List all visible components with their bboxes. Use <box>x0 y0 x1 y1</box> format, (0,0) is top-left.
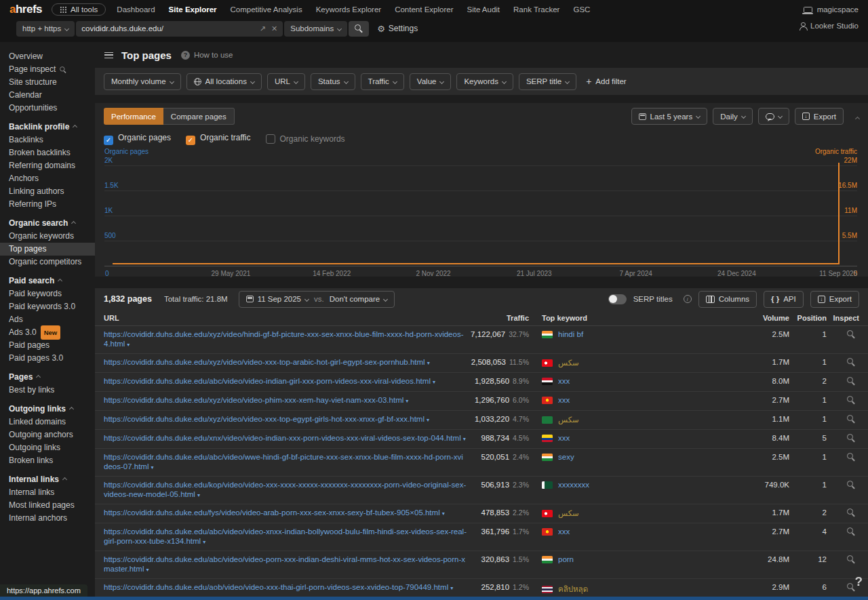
sidebar-item-broken-links[interactable]: Broken links <box>0 454 95 467</box>
sidebar-item-referring-ips[interactable]: Referring IPs <box>0 198 95 211</box>
column-header-volume[interactable]: Volume <box>742 314 789 322</box>
inspect-icon[interactable] <box>847 377 855 385</box>
nav-item-site-audit[interactable]: Site Audit <box>467 5 500 14</box>
sidebar-item-anchors[interactable]: Anchors <box>0 172 95 185</box>
sidebar-group-paid-search[interactable]: Paid search <box>0 275 95 287</box>
inspect-icon[interactable] <box>847 527 855 536</box>
sidebar-item-overview[interactable]: Overview <box>0 50 95 63</box>
url-link[interactable]: https://covididr.duhs.duke.edu/abc/video… <box>104 453 467 472</box>
sidebar-item-outgoing-anchors[interactable]: Outgoing anchors <box>0 428 95 441</box>
url-dropdown-caret[interactable]: ▾ <box>427 417 429 423</box>
filter-status-dropdown[interactable]: Status <box>311 73 355 90</box>
inspect-icon[interactable] <box>847 358 855 366</box>
url-dropdown-caret[interactable]: ▾ <box>442 511 445 517</box>
sidebar-item-ads[interactable]: Ads <box>0 313 95 326</box>
scope-dropdown[interactable]: Subdomains <box>284 21 347 37</box>
keyword-link[interactable]: sexy <box>558 453 574 461</box>
url-link[interactable]: https://covididr.duhs.duke.edu/fys/video… <box>104 508 467 519</box>
sidebar-group-pages[interactable]: Pages <box>0 371 95 384</box>
granularity-dropdown[interactable]: Daily <box>713 108 753 125</box>
tab-performance[interactable]: Performance <box>104 108 163 125</box>
keyword-link[interactable]: سكس <box>558 415 579 424</box>
column-header-position[interactable]: Position <box>789 314 827 322</box>
sidebar-group-organic-search[interactable]: Organic search <box>0 217 95 230</box>
keyword-link[interactable]: xxx <box>558 434 570 442</box>
sidebar-item-best-by-links[interactable]: Best by links <box>0 384 95 397</box>
inspect-icon[interactable] <box>847 330 855 338</box>
filter-value-dropdown[interactable]: Value <box>410 73 452 90</box>
url-dropdown-caret[interactable]: ▾ <box>197 492 200 498</box>
nav-item-content-explorer[interactable]: Content Explorer <box>395 5 453 14</box>
date-range-dropdown[interactable]: Last 5 years <box>631 108 708 125</box>
sidebar-item-paid-keywords[interactable]: Paid keywords <box>0 287 95 300</box>
ahrefs-logo[interactable]: ahrefs <box>9 3 42 16</box>
filter-monthly-volume-dropdown[interactable]: Monthly volume <box>104 73 181 90</box>
legend-organic-keywords[interactable]: Organic keywords <box>266 134 345 144</box>
nav-item-keywords-explorer[interactable]: Keywords Explorer <box>316 5 382 14</box>
inspect-icon[interactable] <box>847 508 855 517</box>
inspect-icon[interactable] <box>847 481 855 489</box>
url-link[interactable]: https://covididr.duhs.duke.edu/abc/video… <box>104 377 467 387</box>
search-button[interactable] <box>349 21 369 37</box>
sidebar-item-organic-competitors[interactable]: Organic competitors <box>0 256 95 268</box>
inspect-icon[interactable] <box>847 555 855 563</box>
sidebar-item-linking-authors[interactable]: Linking authors <box>0 185 95 198</box>
url-dropdown-caret[interactable]: ▾ <box>450 585 453 591</box>
sidebar-item-outgoing-links[interactable]: Outgoing links <box>0 441 95 454</box>
filter-url-dropdown[interactable]: URL <box>267 73 305 90</box>
help-button[interactable]: ? <box>854 574 863 589</box>
keyword-link[interactable]: سكس <box>558 358 579 367</box>
sidebar-item-referring-domains[interactable]: Referring domains <box>0 159 95 172</box>
tab-compare-pages[interactable]: Compare pages <box>163 108 235 125</box>
keyword-link[interactable]: hindi bf <box>558 330 583 338</box>
nav-item-competitive-analysis[interactable]: Competitive Analysis <box>231 5 302 14</box>
sidebar-item-top-pages[interactable]: Top pages <box>0 243 95 256</box>
inspect-icon[interactable] <box>847 453 855 461</box>
api-button[interactable]: { }API <box>764 291 804 308</box>
sidebar-item-paid-pages[interactable]: Paid pages <box>0 339 95 352</box>
inspect-icon[interactable] <box>847 434 855 442</box>
target-url-field[interactable]: ↗ ✕ <box>76 21 283 37</box>
sidebar-item-paid-pages-3-0[interactable]: Paid pages 3.0 <box>0 352 95 365</box>
url-dropdown-caret[interactable]: ▾ <box>427 360 430 366</box>
inspect-icon[interactable] <box>847 583 855 591</box>
filter-all-locations-dropdown[interactable]: All locations <box>186 73 262 90</box>
sidebar-item-site-structure[interactable]: Site structure <box>0 76 95 89</box>
open-in-new-tab-icon[interactable]: ↗ <box>260 24 266 33</box>
table-export-button[interactable]: ↓Export <box>810 291 859 308</box>
legend-organic-pages[interactable]: ✓Organic pages <box>104 133 171 145</box>
keyword-link[interactable]: คลิปหลุด <box>558 583 588 595</box>
organic-performance-chart[interactable]: Organic pages Organic traffic 2K22M1.5K1… <box>95 148 868 281</box>
nav-item-gsc[interactable]: GSC <box>573 5 590 14</box>
table-date-compare-control[interactable]: 11 Sep 2025 vs. Don't compare <box>239 291 395 308</box>
url-link[interactable]: https://covididr.duhs.duke.edu/aob/video… <box>104 583 467 593</box>
url-link[interactable]: https://covididr.duhs.duke.edu/xyz/video… <box>104 396 467 406</box>
sidebar-item-calendar[interactable]: Calendar <box>0 89 95 102</box>
sidebar-item-backlinks[interactable]: Backlinks <box>0 134 95 146</box>
sidebar-item-opportunities[interactable]: Opportunities <box>0 102 95 115</box>
sidebar-item-paid-keywords-3-0[interactable]: Paid keywords 3.0 <box>0 300 95 313</box>
column-header-top-keyword[interactable]: Top keyword <box>529 314 742 322</box>
chart-export-button[interactable]: ↓Export <box>795 108 844 125</box>
target-url-input[interactable] <box>81 24 254 33</box>
collapse-panel-icon[interactable] <box>852 112 859 121</box>
all-tools-button[interactable]: All tools <box>52 3 106 16</box>
keyword-link[interactable]: xxx <box>558 377 570 385</box>
sidebar-item-internal-anchors[interactable]: Internal anchors <box>0 512 95 525</box>
url-dropdown-caret[interactable]: ▾ <box>203 539 205 545</box>
url-dropdown-caret[interactable]: ▾ <box>433 379 435 385</box>
looker-studio-link[interactable]: Looker Studio <box>799 22 859 30</box>
protocol-dropdown[interactable]: http + https <box>16 21 75 37</box>
url-link[interactable]: https://covididr.duhs.duke.edu/xnx/video… <box>104 434 467 444</box>
filter-traffic-dropdown[interactable]: Traffic <box>361 73 404 90</box>
column-header-traffic[interactable]: Traffic <box>467 314 529 322</box>
url-link[interactable]: https://covididr.duhs.duke.edu/abc/video… <box>104 555 467 574</box>
clear-input-icon[interactable]: ✕ <box>271 24 277 33</box>
inspect-icon[interactable] <box>847 396 855 404</box>
sidebar-item-page-inspect[interactable]: Page inspect <box>0 63 95 76</box>
inspect-icon[interactable] <box>847 415 855 423</box>
account-area[interactable]: magicspace <box>804 5 859 14</box>
keyword-link[interactable]: xxxxxxxx <box>558 481 589 489</box>
filter-keywords-dropdown[interactable]: Keywords <box>456 73 513 90</box>
column-header-url[interactable]: URL <box>104 314 467 322</box>
